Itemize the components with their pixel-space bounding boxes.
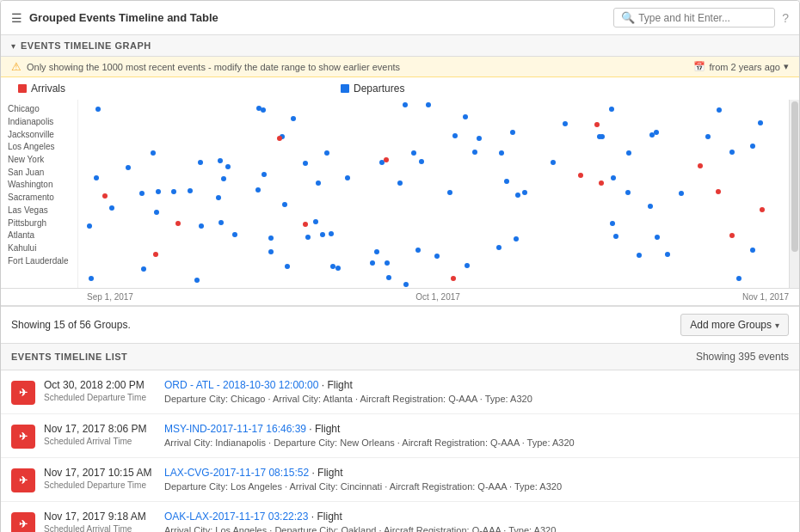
chart-dot[interactable] — [551, 160, 556, 165]
chart-dot[interactable] — [750, 248, 755, 253]
chart-dot[interactable] — [451, 276, 456, 281]
search-box[interactable]: 🔍 — [613, 8, 775, 28]
chart-dot[interactable] — [221, 176, 226, 181]
chart-dot[interactable] — [305, 235, 311, 240]
chart-dot[interactable] — [648, 204, 653, 209]
chart-dot[interactable] — [285, 264, 290, 269]
chart-dot[interactable] — [465, 263, 470, 268]
chart-dot[interactable] — [397, 180, 403, 186]
chart-dot[interactable] — [225, 164, 231, 169]
chart-dot[interactable] — [705, 134, 711, 139]
chart-dot[interactable] — [578, 173, 583, 178]
chart-dot[interactable] — [291, 116, 296, 121]
chart-dot[interactable] — [154, 210, 159, 215]
chart-dot[interactable] — [419, 159, 424, 164]
chart-dot[interactable] — [515, 193, 520, 198]
chart-dot[interactable] — [447, 190, 452, 195]
chart-dot[interactable] — [609, 107, 614, 112]
chart-dot[interactable] — [153, 252, 158, 257]
chart-dot[interactable] — [87, 223, 92, 229]
event-link[interactable]: MSY-IND-2017-11-17 16:46:39 — [164, 423, 306, 435]
scrollbar-thumb[interactable] — [791, 101, 798, 252]
chart-dot[interactable] — [335, 266, 341, 271]
chart-dot[interactable] — [499, 150, 504, 156]
chart-dot[interactable] — [386, 275, 391, 280]
chart-dot[interactable] — [171, 189, 176, 194]
chart-dot[interactable] — [385, 260, 390, 266]
chart-dot[interactable] — [758, 120, 763, 125]
chart-dot[interactable] — [597, 134, 602, 139]
chart-dot[interactable] — [384, 157, 389, 162]
chart-dot[interactable] — [374, 249, 379, 254]
chart-dot[interactable] — [654, 130, 659, 135]
chart-dot[interactable] — [411, 150, 416, 156]
chart-dot[interactable] — [232, 232, 237, 237]
chart-dot[interactable] — [594, 122, 600, 127]
chart-dot[interactable] — [750, 144, 755, 149]
chart-dot[interactable] — [613, 234, 618, 239]
chart-dot[interactable] — [679, 191, 684, 196]
chart-scrollbar[interactable] — [789, 100, 799, 288]
chart-dot[interactable] — [268, 235, 274, 241]
chart-dot[interactable] — [261, 107, 266, 113]
event-link[interactable]: LAX-CVG-2017-11-17 08:15:52 — [164, 467, 309, 479]
timeline-header[interactable]: ▾ EVENTS TIMELINE GRAPH — [1, 35, 799, 57]
chart-dot[interactable] — [729, 233, 735, 238]
chart-dot[interactable] — [199, 223, 204, 229]
chart-dot[interactable] — [403, 282, 409, 287]
chart-dot[interactable] — [496, 245, 502, 250]
chart-dot[interactable] — [610, 221, 615, 226]
chart-dot[interactable] — [477, 136, 482, 141]
add-groups-button[interactable]: Add more Groups ▾ — [680, 314, 789, 336]
chart-dot[interactable] — [282, 202, 287, 207]
chart-dot[interactable] — [262, 172, 267, 177]
chart-dot[interactable] — [504, 179, 509, 184]
chart-dot[interactable] — [370, 260, 375, 266]
chart-dot[interactable] — [522, 190, 527, 195]
event-link[interactable]: OAK-LAX-2017-11-17 03:22:23 — [164, 511, 308, 523]
chart-dot[interactable] — [729, 150, 735, 155]
chart-dot[interactable] — [303, 161, 308, 166]
chart-dot[interactable] — [716, 189, 721, 194]
chart-dot[interactable] — [313, 219, 318, 224]
chart-dot[interactable] — [463, 114, 468, 119]
chart-dot[interactable] — [198, 160, 203, 165]
chart-dot[interactable] — [126, 165, 131, 170]
help-icon[interactable]: ? — [782, 11, 789, 25]
chart-dot[interactable] — [324, 150, 329, 156]
chart-dot[interactable] — [89, 276, 94, 281]
chart-dot[interactable] — [665, 252, 670, 257]
chart-dot[interactable] — [95, 107, 101, 112]
chart-dot[interactable] — [637, 253, 642, 258]
chart-dot[interactable] — [736, 276, 742, 281]
chart-dot[interactable] — [611, 175, 616, 180]
chart-dot[interactable] — [434, 254, 440, 259]
chart-dot[interactable] — [599, 180, 604, 186]
chart-dot[interactable] — [698, 163, 703, 168]
chart-dot[interactable] — [277, 136, 282, 141]
chart-dot[interactable] — [139, 191, 145, 196]
search-input[interactable] — [638, 12, 767, 24]
chart-dot[interactable] — [303, 222, 308, 227]
chart-dot[interactable] — [472, 150, 477, 155]
chart-dot[interactable] — [320, 232, 325, 237]
chart-dot[interactable] — [141, 266, 146, 272]
chart-dot[interactable] — [452, 133, 458, 138]
chart-dot[interactable] — [194, 278, 200, 283]
chart-dot[interactable] — [94, 175, 99, 180]
chart-dot[interactable] — [403, 102, 408, 107]
chart-dot[interactable] — [175, 221, 181, 226]
chart-dot[interactable] — [626, 150, 631, 156]
chart-dot[interactable] — [218, 220, 224, 225]
chart-dot[interactable] — [514, 236, 519, 242]
chart-dot[interactable] — [102, 193, 108, 199]
chart-dot[interactable] — [426, 102, 431, 107]
chart-dot[interactable] — [268, 249, 274, 254]
event-link[interactable]: ORD - ATL - 2018-10-30 12:00:00 — [164, 379, 318, 391]
chart-dot[interactable] — [316, 180, 321, 186]
chart-dot[interactable] — [415, 248, 421, 253]
chart-dot[interactable] — [717, 107, 722, 113]
chart-dot[interactable] — [109, 205, 114, 211]
chart-dot[interactable] — [188, 188, 193, 193]
chart-dot[interactable] — [760, 207, 765, 212]
